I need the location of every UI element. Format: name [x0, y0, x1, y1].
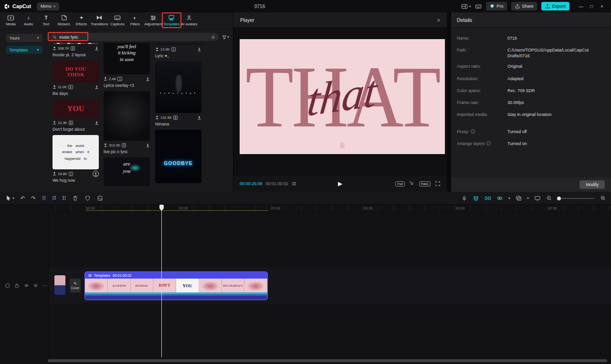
template-thumbnail[interactable] [104, 91, 150, 141]
undo-button[interactable]: ↶ [21, 195, 25, 201]
export-button[interactable]: Export [541, 2, 569, 10]
maximize-button[interactable]: □ [586, 4, 597, 9]
download-icon[interactable] [197, 47, 201, 52]
tab-filters[interactable]: ◐ Filters [126, 14, 144, 26]
template-thumbnail[interactable]: GOODBYE [155, 130, 201, 183]
download-icon[interactable] [146, 77, 150, 81]
mask-shield-button[interactable] [84, 195, 91, 201]
track-height-icon[interactable] [516, 195, 522, 201]
delete-button[interactable] [72, 195, 78, 201]
document-title: 0716 [254, 0, 265, 12]
tab-audio[interactable]: ♪ Audio [20, 14, 37, 26]
link-clips-toggle-icon[interactable] [496, 195, 503, 201]
download-icon[interactable] [95, 121, 99, 125]
redo-button[interactable]: ↷ [31, 195, 35, 201]
eye-icon[interactable] [24, 283, 29, 288]
download-icon[interactable] [95, 46, 99, 51]
track-thumbnail-toggle-icon[interactable] [5, 283, 10, 288]
ruler-label: 01:00 [271, 206, 280, 210]
filters-icon: ◐ [134, 14, 137, 21]
trim-right-button[interactable]: I] [62, 196, 66, 200]
tab-text[interactable]: T Text [37, 14, 55, 26]
tab-captions[interactable]: Captions [108, 14, 126, 26]
auto-snap-toggle-icon[interactable] [485, 195, 491, 201]
detail-label: Path: [457, 47, 507, 59]
zoom-in-icon[interactable] [600, 195, 606, 201]
minimize-button[interactable]: — [576, 4, 586, 9]
more-options-icon[interactable]: ⋯ [43, 283, 48, 288]
template-grid: 308.7K 6 thootie pt. 2 layout DO YOU THI… [48, 43, 233, 192]
filmstrip-frame: HURRAY [131, 279, 154, 292]
menu-button[interactable]: Menu ▾ [37, 2, 59, 10]
tab-transitions[interactable]: Transitions [90, 14, 108, 26]
select-tool-button[interactable]: ▾ [6, 195, 14, 201]
template-thumbnail[interactable] [53, 43, 99, 44]
full-quality-button[interactable]: Full [395, 181, 404, 187]
ratio-button[interactable]: Ratio [419, 181, 431, 187]
filter-button[interactable]: ▾ [222, 35, 229, 40]
record-voiceover-icon[interactable] [461, 195, 467, 202]
magnet-snap-toggle-icon[interactable] [473, 195, 479, 201]
clear-search-icon[interactable]: ⊗ [211, 35, 215, 40]
template-label: Lyrics overlay <3 [104, 83, 150, 88]
download-icon[interactable] [93, 171, 99, 177]
sidebar-item-yours[interactable]: Yours ▾ [6, 34, 42, 42]
close-button[interactable]: × [597, 4, 607, 9]
clip-count-badge: 1 [69, 172, 74, 176]
ruler-label: 02:30 [548, 206, 557, 210]
pencil-icon: ✎ [74, 281, 77, 286]
download-icon[interactable] [146, 143, 150, 147]
preview-script-word: that [305, 64, 379, 127]
zoom-out-icon[interactable] [546, 195, 552, 201]
layout-panels-icon[interactable]: ▾ [461, 3, 471, 10]
zoom-slider-knob[interactable] [557, 197, 561, 200]
mute-speaker-icon[interactable] [33, 283, 39, 288]
pro-badge[interactable]: Pro [486, 2, 507, 10]
info-icon[interactable]: i [486, 141, 491, 146]
horizontal-scrollbar[interactable] [48, 359, 607, 362]
template-thumbnail[interactable] [155, 43, 201, 45]
focus-preview-icon[interactable] [409, 181, 415, 187]
player-menu-icon[interactable]: ≡ [437, 17, 440, 23]
search-input[interactable] [59, 35, 209, 40]
shortcuts-keyboard-icon[interactable] [475, 3, 482, 10]
video-preview[interactable]: THAT that [240, 39, 445, 154]
sidebar-item-templates[interactable]: Templates ▾ [6, 46, 42, 54]
tab-templates[interactable]: Templates [163, 14, 180, 26]
zoom-slider[interactable] [558, 198, 595, 199]
chevron-down-icon[interactable]: ▾ [508, 196, 510, 200]
filmstrip-frame: YOU [176, 279, 199, 292]
modify-button[interactable]: Modify [579, 180, 605, 189]
template-thumbnail[interactable]: DO YOU THINK [53, 61, 99, 83]
download-icon[interactable] [95, 85, 99, 89]
split-button[interactable]: ][ [42, 196, 45, 200]
play-button[interactable]: ▶ [338, 180, 342, 187]
template-thumbnail[interactable]: you'll feel it kicking in soon [104, 43, 150, 74]
fullscreen-icon[interactable] [435, 181, 441, 187]
trim-left-button[interactable]: [I [52, 196, 56, 200]
info-icon[interactable]: i [471, 129, 475, 134]
templates-clip[interactable]: ⊞ Templates 00:01:00:02 ASTERTH HURRAY D… [85, 272, 267, 300]
download-icon[interactable] [197, 115, 201, 120]
timeline-ruler[interactable]: 00:00 00:30 01:00 01:30 02:00 02:30 [48, 205, 611, 212]
tab-stickers[interactable]: Stickers [55, 14, 73, 26]
tab-ai-avatars[interactable]: AI avatars [180, 14, 198, 26]
frame-view-icon[interactable] [292, 182, 296, 186]
lock-icon[interactable] [14, 283, 20, 288]
clip-count-badge: 8 [173, 115, 178, 120]
thumb-text: you'll feel [117, 43, 136, 50]
cover-button[interactable]: ✎ Cover [70, 279, 81, 292]
tab-media[interactable]: Media [2, 14, 20, 26]
overlay-crop-button[interactable] [97, 195, 103, 201]
template-stats: 313.3K 9 [104, 143, 150, 147]
tab-adjustment[interactable]: Adjustment [144, 14, 163, 26]
track-media-thumbnail[interactable] [54, 275, 65, 295]
chevron-down-icon[interactable]: ▾ [527, 196, 529, 200]
template-thumbnail[interactable]: are you [104, 157, 150, 186]
screen-mirror-icon[interactable] [534, 195, 541, 201]
template-thumbnail[interactable]: the world ended when it happened to [53, 135, 99, 169]
template-thumbnail[interactable]: YOU [53, 99, 99, 118]
tab-effects[interactable]: ✦ Effects [73, 14, 90, 26]
template-thumbnail[interactable] [155, 62, 201, 113]
share-button[interactable]: Share [511, 2, 537, 10]
